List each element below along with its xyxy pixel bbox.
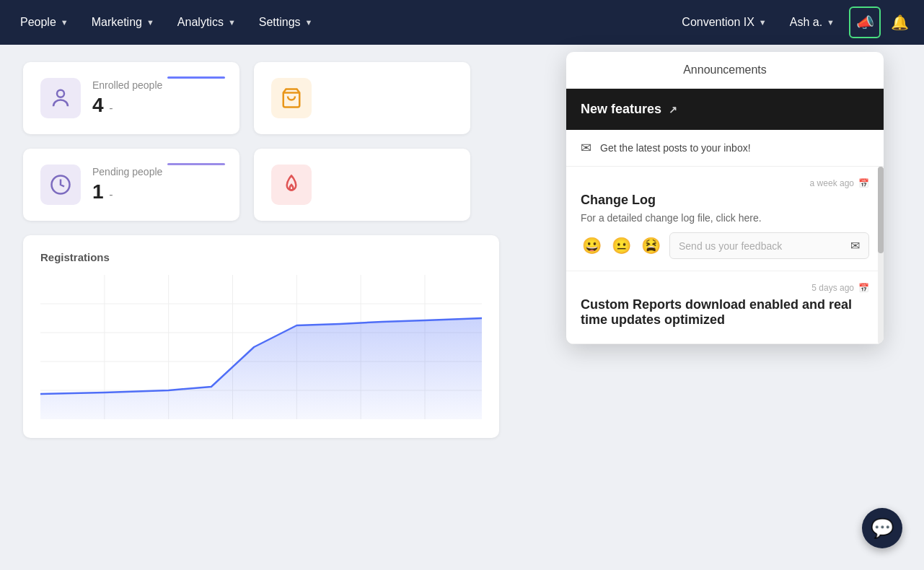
megaphone-icon: 📣: [856, 14, 874, 31]
entry-1-desc: For a detailed change log file, click he…: [581, 212, 869, 224]
nav-settings-label: Settings: [259, 16, 301, 29]
nav-people[interactable]: People ▼: [12, 10, 77, 35]
enrolled-sparkline: [167, 76, 225, 79]
chat-fab-button[interactable]: 💬: [862, 508, 902, 548]
bell-icon: 🔔: [891, 14, 909, 31]
chevron-down-icon: ▼: [61, 18, 69, 27]
notifications-button[interactable]: 🔔: [886, 9, 912, 35]
nav-marketing-label: Marketing: [92, 16, 142, 29]
announcements-panel: Announcements New features ↗ ✉ Get the l…: [566, 52, 884, 344]
chart-title: Registrations: [40, 251, 482, 263]
enrolled-value: 4 -: [92, 94, 222, 117]
cart-card: [254, 62, 470, 134]
new-features-label: New features: [581, 102, 661, 117]
send-feedback-icon[interactable]: ✉: [850, 239, 860, 253]
svg-point-0: [57, 90, 64, 97]
announcement-entry-2: 5 days ago 📅 Custom Reports download ena…: [566, 271, 884, 344]
entry-2-time: 5 days ago: [811, 283, 854, 293]
nav-convention[interactable]: Convention IX ▼: [673, 10, 775, 35]
cart-text: [323, 97, 453, 100]
chevron-down-icon: ▼: [146, 18, 154, 27]
cart-icon: [271, 78, 312, 118]
entry-1-meta: a week ago 📅: [581, 178, 869, 188]
pending-sparkline: [167, 163, 225, 165]
emoji-happy[interactable]: 😀: [581, 235, 603, 257]
nav-settings[interactable]: Settings ▼: [250, 10, 322, 35]
calendar-icon-2: 📅: [858, 283, 869, 293]
nav-right: Convention IX ▼ Ash a. ▼ 📣 🔔: [673, 6, 912, 38]
chat-icon: 💬: [871, 517, 894, 540]
fire-card: [254, 149, 470, 221]
nav-convention-label: Convention IX: [682, 16, 754, 29]
nav-analytics-label: Analytics: [177, 16, 224, 29]
pending-text: Pending people 1 -: [92, 166, 222, 203]
scrollbar-thumb[interactable]: [878, 167, 884, 253]
emoji-neutral[interactable]: 😐: [610, 235, 633, 257]
announcements-title: Announcements: [683, 63, 767, 76]
envelope-icon: ✉: [581, 140, 591, 156]
calendar-icon: 📅: [858, 178, 869, 188]
nav-user-label: Ash a.: [790, 16, 822, 29]
emoji-tired[interactable]: 😫: [640, 235, 662, 257]
feedback-row: 😀 😐 😫 Send us your feedback ✉: [581, 232, 869, 259]
chevron-down-icon: ▼: [305, 18, 313, 27]
entry-1-time: a week ago: [810, 178, 854, 188]
external-link-icon: ↗: [669, 104, 677, 115]
pending-icon: [40, 165, 81, 205]
nav-people-label: People: [20, 16, 56, 29]
nav-left: People ▼ Marketing ▼ Analytics ▼ Setting…: [12, 10, 673, 35]
fire-icon: [271, 165, 312, 205]
announcements-button[interactable]: 📣: [849, 6, 881, 38]
announcement-entry-1: a week ago 📅 Change Log For a detailed c…: [566, 167, 884, 271]
announcements-body: a week ago 📅 Change Log For a detailed c…: [566, 167, 884, 344]
new-features-banner[interactable]: New features ↗: [566, 89, 884, 130]
pending-people-card: Pending people 1 -: [23, 149, 239, 221]
enrolled-text: Enrolled people 4 -: [92, 79, 222, 117]
enrolled-label: Enrolled people: [92, 79, 222, 91]
enrolled-people-card: Enrolled people 4 -: [23, 62, 239, 134]
fire-text: [323, 183, 453, 186]
announcements-header: Announcements: [566, 52, 884, 89]
pending-label: Pending people: [92, 166, 222, 177]
subscribe-text: Get the latest posts to your inbox!: [600, 142, 751, 154]
feedback-placeholder-text: Send us your feedback: [679, 240, 782, 252]
registrations-chart: [40, 275, 482, 419]
nav-marketing[interactable]: Marketing ▼: [83, 10, 163, 35]
chevron-down-icon: ▼: [827, 18, 835, 27]
scrollbar[interactable]: [878, 167, 884, 344]
entry-2-title: Custom Reports download enabled and real…: [581, 297, 869, 328]
nav-user[interactable]: Ash a. ▼: [781, 10, 843, 35]
registrations-chart-card: Registrations: [23, 235, 499, 438]
chevron-down-icon: ▼: [759, 18, 767, 27]
navbar: People ▼ Marketing ▼ Analytics ▼ Setting…: [0, 0, 924, 45]
chevron-down-icon: ▼: [228, 18, 236, 27]
feedback-input[interactable]: Send us your feedback ✉: [669, 232, 869, 259]
enrolled-icon: [40, 78, 81, 118]
entry-2-meta: 5 days ago 📅: [581, 283, 869, 293]
nav-analytics[interactable]: Analytics ▼: [169, 10, 245, 35]
pending-value: 1 -: [92, 180, 222, 203]
subscribe-row[interactable]: ✉ Get the latest posts to your inbox!: [566, 130, 884, 167]
entry-1-title: Change Log: [581, 193, 869, 208]
